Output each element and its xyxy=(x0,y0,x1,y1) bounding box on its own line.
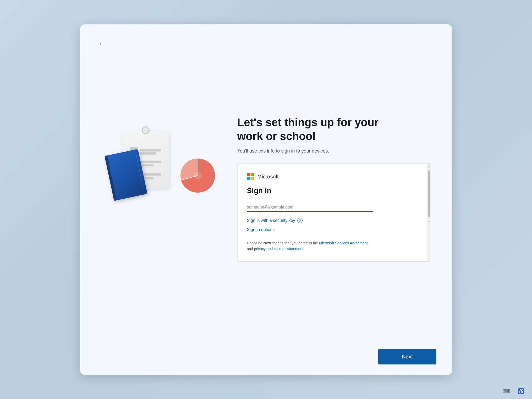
page-subtitle: You'll use this info to sign in to your … xyxy=(237,148,374,154)
terms-privacy-link[interactable]: privacy and cookies statement xyxy=(254,247,303,251)
scrollbar-up-button[interactable]: ▲ xyxy=(427,164,431,169)
microsoft-label: Microsoft xyxy=(257,174,279,180)
microsoft-logo: Microsoft xyxy=(247,173,373,180)
back-button[interactable]: ← xyxy=(96,38,107,49)
svg-point-3 xyxy=(194,172,202,179)
security-key-label: Sign in with a security key xyxy=(247,218,295,223)
ms-square-red xyxy=(247,173,250,176)
help-icon: ? xyxy=(297,218,303,223)
accessibility-icon[interactable]: ♿ xyxy=(516,386,526,396)
right-content: Let's set things up for your work or sch… xyxy=(237,110,431,261)
signin-options-label: Sign-in options xyxy=(247,227,275,232)
email-field-wrapper xyxy=(247,202,373,212)
pie-chart-illustration xyxy=(180,157,216,194)
terms-prefix: Choosing xyxy=(247,241,264,245)
ms-square-green xyxy=(251,173,254,176)
next-button[interactable]: Next xyxy=(378,349,436,364)
terms-middle: means that you agree to the xyxy=(271,241,319,245)
scrollbar-down-button[interactable]: ▼ xyxy=(427,218,431,224)
terms-and: and xyxy=(247,247,254,251)
illustration-area xyxy=(101,121,222,251)
scrollbar-track: ▲ ▼ xyxy=(427,164,431,261)
email-input[interactable] xyxy=(247,202,373,212)
security-key-link[interactable]: Sign in with a security key ? xyxy=(247,218,373,223)
signin-panel: Microsoft Sign in Sign in with a securit… xyxy=(238,164,384,261)
ms-square-yellow xyxy=(251,177,254,180)
ms-logo-grid xyxy=(247,173,254,180)
main-content: Let's set things up for your work or sch… xyxy=(80,24,452,343)
back-arrow-icon: ← xyxy=(99,40,105,47)
bottom-bar: Next xyxy=(80,343,452,375)
ms-square-blue xyxy=(247,177,250,180)
signin-heading: Sign in xyxy=(247,187,373,195)
terms-suffix: . xyxy=(303,247,304,251)
taskbar: ⌨ ♿ xyxy=(495,383,532,399)
terms-text: Choosing Next means that you agree to th… xyxy=(247,240,373,252)
terms-msa-link[interactable]: Microsoft Services Agreement xyxy=(319,241,368,245)
terms-next-bold: Next xyxy=(264,241,271,245)
signin-panel-wrapper: Microsoft Sign in Sign in with a securit… xyxy=(237,163,431,261)
signin-options-link[interactable]: Sign-in options xyxy=(247,227,373,232)
scrollbar-thumb[interactable] xyxy=(428,170,430,217)
page-title: Let's set things up for your work or sch… xyxy=(237,116,384,143)
keyboard-icon[interactable]: ⌨ xyxy=(502,386,511,396)
main-window: ← xyxy=(80,24,452,375)
